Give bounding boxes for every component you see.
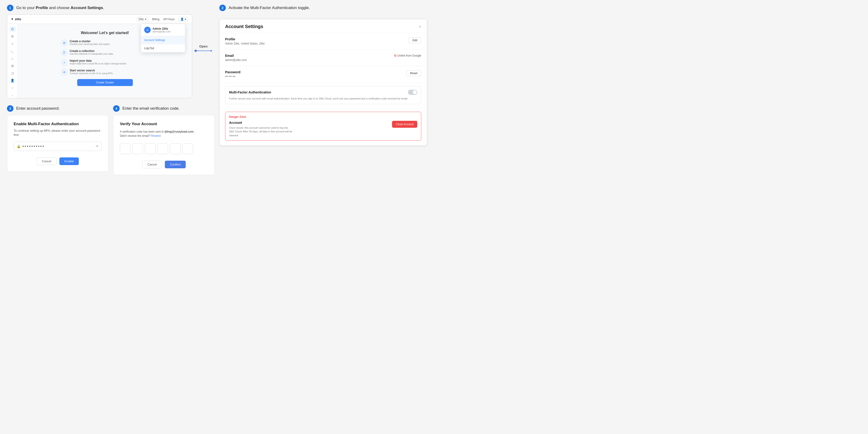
sidebar-icon-grid[interactable]: ⊞ xyxy=(9,63,16,69)
code-input-6[interactable] xyxy=(182,144,193,154)
email-section: Email admin@zilliz.com G Unlink from Goo… xyxy=(220,50,427,66)
danger-zone-label: Danger Zone xyxy=(229,115,417,119)
topbar-chevron: ▾ xyxy=(185,18,186,21)
step1-arrow: Open xyxy=(192,44,215,52)
step4-badge: 4 xyxy=(113,105,120,112)
sidebar-icon-database[interactable]: ⊟ xyxy=(9,26,16,32)
welcome-title: Welcome! Let's get started! xyxy=(81,31,129,35)
code-input-5[interactable] xyxy=(170,144,181,154)
panel-header: Account Settings × xyxy=(220,19,427,33)
google-logo: G xyxy=(394,54,397,57)
steps-3-4: 3 Enter account password. Enable Multi-F… xyxy=(7,105,215,175)
create-cluster-button[interactable]: Create Cluster xyxy=(77,79,133,86)
eye-icon[interactable]: 👁 xyxy=(95,145,99,148)
step4-section: 4 Enter the email verification code. Ver… xyxy=(113,105,215,175)
org-selector[interactable]: Zilliz ▾ xyxy=(136,17,148,22)
app-step-search: ⊕ Start vector search Conduct searches o… xyxy=(61,69,149,75)
import-icon: ⤓ xyxy=(61,59,67,66)
step1-header-text: Go to your Profile and choose Account Se… xyxy=(16,6,104,10)
logo-star: ✦ xyxy=(11,18,13,21)
verify-resend-link[interactable]: Resend xyxy=(151,134,160,137)
danger-account-row: Account Once closed, this account cannot… xyxy=(229,121,417,137)
step1-content: ✦ zilliz Zilliz ▾ Billing API Keys xyxy=(7,14,215,98)
mfa-desc: Further secure your account with email a… xyxy=(229,97,417,101)
verify-desc-suffix: . xyxy=(194,130,195,133)
cluster-desc: Choose your cloud provider and region. xyxy=(70,43,111,45)
mfa-toggle[interactable] xyxy=(408,90,417,95)
verify-dialog-actions: Cancel Confirm xyxy=(120,161,208,168)
mfa-enable-button[interactable]: Enable xyxy=(59,157,79,165)
code-input-1[interactable] xyxy=(120,144,130,154)
step2-header-text: Activate the Multi-Factor Authentication… xyxy=(228,6,310,10)
profile-edit-button[interactable]: Edit xyxy=(408,37,421,43)
cluster-title: Create a cluster xyxy=(70,40,111,43)
dropdown-logout[interactable]: Log Out xyxy=(141,44,185,52)
collection-title: Create a collection xyxy=(70,50,114,53)
billing-link[interactable]: Billing xyxy=(152,18,159,21)
sidebar-icon-settings[interactable]: ⚙ xyxy=(9,34,16,39)
danger-zone-box: Danger Zone Account Once closed, this ac… xyxy=(225,112,421,141)
step2-header: 2 Activate the Multi-Factor Authenticati… xyxy=(219,5,427,11)
arrow-label: Open xyxy=(199,44,208,48)
arrow-head xyxy=(211,50,212,52)
sidebar-icon-clock[interactable]: ◷ xyxy=(9,70,16,76)
code-input-2[interactable] xyxy=(132,144,143,154)
sidebar-icon-user[interactable]: 👤 xyxy=(9,78,16,84)
code-input-4[interactable] xyxy=(157,144,168,154)
import-desc: Import data from a local file or an obje… xyxy=(70,62,127,65)
code-input-3[interactable] xyxy=(145,144,156,154)
lock-icon: 🔒 xyxy=(17,145,21,148)
mfa-section: Multi-Factor Authentication Further secu… xyxy=(220,83,427,108)
step4-header-text: Enter the email verification code. xyxy=(122,106,180,111)
sidebar-icon-arrow[interactable]: » xyxy=(9,41,16,46)
step2-badge: 2 xyxy=(219,5,226,11)
panel-close-button[interactable]: × xyxy=(419,25,421,29)
app-step-collection: ☰ Create a collection Use the collection… xyxy=(61,50,149,56)
dropdown-avatar: A xyxy=(144,27,151,33)
sidebar-icon-arrows[interactable]: ↔ xyxy=(9,85,16,91)
user-dropdown: A Admin Zilliz admin@zilliz.com Account … xyxy=(141,24,185,52)
verify-confirm-button[interactable]: Confirm xyxy=(165,161,186,168)
password-value: ••• ••• ••• xyxy=(225,75,240,78)
profile-label: Profile xyxy=(225,37,265,41)
verify-resend-prefix: Didn't receive the email? xyxy=(120,134,151,137)
app-screenshot: ✦ zilliz Zilliz ▾ Billing API Keys xyxy=(7,14,192,98)
app-logo: ✦ zilliz xyxy=(11,18,21,21)
verify-cancel-button[interactable]: Cancel xyxy=(142,161,162,168)
sidebar-icon-terminal[interactable]: ›_ xyxy=(9,48,16,54)
panel-title: Account Settings xyxy=(225,24,263,29)
arrow-circle xyxy=(194,50,197,52)
app-sidebar: ⊟ ⚙ » ›_ ⌂ ⊞ ◷ 👤 ↔ ↑ xyxy=(7,24,18,98)
dropdown-account-settings[interactable]: Account Settings xyxy=(141,36,185,44)
verify-desc-prefix: A verification code has been sent to xyxy=(120,130,165,133)
collection-icon: ☰ xyxy=(61,50,67,56)
sidebar-icon-chart[interactable]: ↑ xyxy=(9,93,16,98)
verify-dialog: Verify Your Account A verification code … xyxy=(113,115,215,175)
logo-text: zilliz xyxy=(15,18,21,21)
danger-zone-section: Danger Zone Account Once closed, this ac… xyxy=(220,108,427,146)
collection-desc: Use the collection to manipulate your da… xyxy=(70,53,114,55)
account-settings-panel: Account Settings × Profile Admin Zilliz,… xyxy=(219,19,427,146)
step3-header-text: Enter account password. xyxy=(16,106,60,111)
password-label: Password xyxy=(225,70,240,74)
close-account-button[interactable]: Close Account xyxy=(392,121,417,128)
import-title: Import your data xyxy=(70,59,127,62)
search-desc: Conduct searches on the UI or using APIs… xyxy=(70,72,113,75)
app-body: ⊟ ⚙ » ›_ ⌂ ⊞ ◷ 👤 ↔ ↑ xyxy=(7,24,192,98)
app-topbar-right: Zilliz ▾ Billing API Keys 👤 ▾ xyxy=(136,17,188,22)
verify-desc: A verification code has been sent to lj4… xyxy=(120,130,208,138)
password-field-value: •••••••••• xyxy=(23,144,95,148)
mfa-dialog-actions: Cancel Enable xyxy=(14,157,102,165)
app-step-cluster: ⊞ Create a cluster Choose your cloud pro… xyxy=(61,40,149,46)
password-input-wrap: 🔒 •••••••••• 👁 xyxy=(14,142,102,151)
mfa-cancel-button[interactable]: Cancel xyxy=(37,157,57,165)
password-section: Password ••• ••• ••• Reset xyxy=(220,66,427,83)
app-step-import: ⤓ Import your data Import data from a lo… xyxy=(61,59,149,66)
mfa-dialog-title: Enable Multi-Factor Authentication xyxy=(14,122,102,126)
sidebar-icon-house[interactable]: ⌂ xyxy=(9,56,16,61)
search-title: Start vector search xyxy=(70,69,113,72)
unlink-google-button[interactable]: G Unlink from Google xyxy=(394,54,421,57)
api-keys-link[interactable]: API Keys xyxy=(163,18,175,21)
password-reset-button[interactable]: Reset xyxy=(406,70,421,76)
dropdown-user-email: admin@zilliz.com xyxy=(153,30,170,33)
